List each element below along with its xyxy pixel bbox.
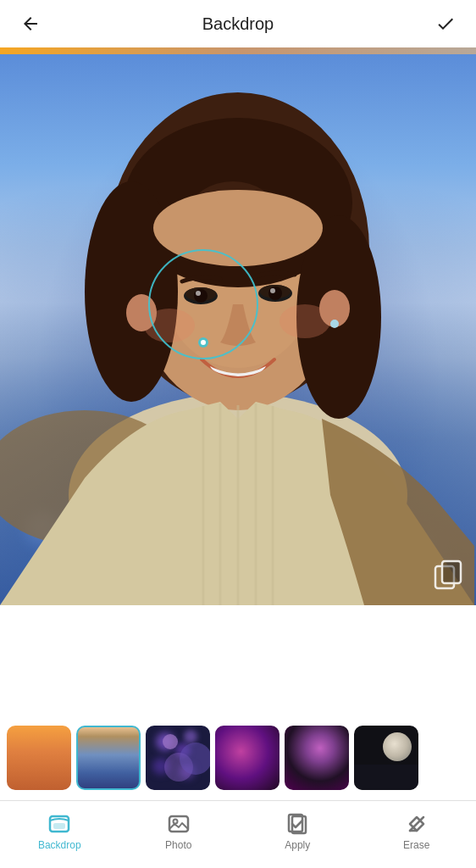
confirm-button[interactable] [429,7,462,41]
svg-point-13 [194,289,208,303]
apply-icon [285,812,309,836]
photo-icon [167,812,191,836]
thumbnail-cityscape[interactable] [76,726,141,790]
tab-photo[interactable]: Photo [145,812,213,851]
erase-icon [405,812,429,836]
page-title: Backdrop [202,14,274,34]
tab-backdrop[interactable]: Backdrop [25,812,93,851]
back-icon [20,14,41,34]
svg-point-10 [153,190,323,266]
thumbnails-row[interactable] [0,715,476,800]
tab-erase[interactable]: Erase [383,812,451,851]
person-image [0,54,476,605]
thumbnail-bokeh-blue[interactable] [146,726,210,790]
svg-point-29 [173,819,177,823]
back-button[interactable] [14,7,47,41]
thumbnail-bokeh-pink[interactable] [215,726,280,790]
svg-point-21 [126,294,157,331]
header: Backdrop [0,0,476,47]
svg-point-17 [268,287,282,300]
tab-photo-label: Photo [165,839,191,851]
svg-rect-25 [442,561,461,583]
duplicate-button[interactable] [434,559,464,593]
duplicate-icon [434,559,464,590]
thumbnail-moon[interactable] [354,726,418,790]
tab-apply-label: Apply [285,839,310,851]
svg-point-23 [330,320,339,328]
tabs-row: Backdrop Photo Apply [0,800,476,868]
bottom-panel: Backdrop Photo Apply [0,715,476,868]
svg-point-14 [196,291,201,296]
tab-erase-label: Erase [403,839,429,851]
thumbnail-galaxy[interactable] [285,726,349,790]
tab-apply[interactable]: Apply [263,812,331,851]
thumbnail-sunset[interactable] [7,726,71,790]
svg-rect-27 [53,823,65,829]
gradient-bar [0,47,476,54]
checkmark-icon [435,14,456,34]
svg-point-18 [270,288,275,293]
backdrop-icon [47,812,71,836]
tab-backdrop-label: Backdrop [38,839,81,851]
image-canvas[interactable] [0,54,476,605]
svg-rect-28 [169,816,188,832]
